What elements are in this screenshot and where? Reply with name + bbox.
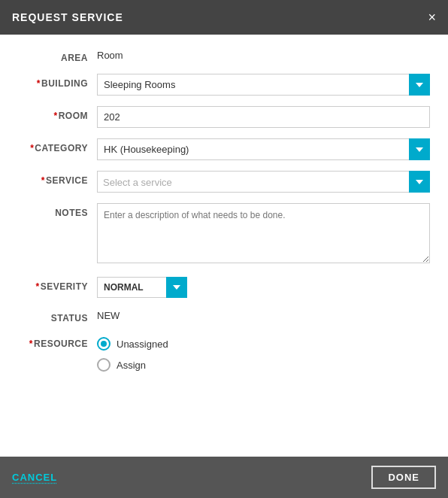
severity-select[interactable]: NORMAL LOW HIGH CRITICAL xyxy=(97,277,187,298)
resource-label: *RESOURCE xyxy=(18,334,97,349)
room-required-star: * xyxy=(53,111,57,121)
area-field: Room xyxy=(97,48,430,62)
severity-required-star: * xyxy=(35,281,39,292)
unassigned-radio-icon xyxy=(97,337,110,351)
done-button[interactable]: DONE xyxy=(371,466,436,489)
category-select[interactable]: HK (Housekeeping) xyxy=(97,138,430,160)
dialog-footer: CANCEL DONE xyxy=(0,457,448,498)
category-field: HK (Housekeeping) xyxy=(97,138,430,160)
category-select-wrapper: HK (Housekeeping) xyxy=(97,138,430,160)
notes-textarea[interactable] xyxy=(97,203,430,263)
room-label: *ROOM xyxy=(18,106,97,121)
severity-field: NORMAL LOW HIGH CRITICAL xyxy=(97,277,430,298)
building-field: Sleeping Rooms xyxy=(97,74,430,96)
severity-select-wrapper: NORMAL LOW HIGH CRITICAL xyxy=(97,277,187,298)
service-select-wrapper: Select a service xyxy=(97,171,430,193)
resource-required-star: * xyxy=(29,339,33,349)
building-label: *BUILDING xyxy=(18,74,97,89)
cancel-button[interactable]: CANCEL xyxy=(12,472,57,483)
status-row: STATUS NEW xyxy=(18,308,430,323)
resource-radio-group: Unassigned Assign xyxy=(97,334,430,372)
service-row: *SERVICE Select a service xyxy=(18,171,430,193)
dialog-body: AREA Room *BUILDING Sleeping Rooms xyxy=(0,35,448,457)
building-row: *BUILDING Sleeping Rooms xyxy=(18,74,430,96)
status-label: STATUS xyxy=(18,308,97,323)
status-value: NEW xyxy=(97,305,120,321)
area-value: Room xyxy=(97,45,123,61)
area-row: AREA Room xyxy=(18,48,430,63)
category-label: *CATEGORY xyxy=(18,138,97,153)
assign-label: Assign xyxy=(117,360,146,371)
notes-field xyxy=(97,203,430,266)
resource-row: *RESOURCE Unassigned Assign xyxy=(18,334,430,372)
building-select-wrapper: Sleeping Rooms xyxy=(97,74,430,96)
building-required-star: * xyxy=(37,78,41,89)
category-required-star: * xyxy=(30,143,34,153)
service-select[interactable] xyxy=(97,171,430,193)
severity-label: *SEVERITY xyxy=(18,277,97,292)
status-field: NEW xyxy=(97,308,430,322)
service-field: Select a service xyxy=(97,171,430,193)
resource-unassigned-option[interactable]: Unassigned xyxy=(97,337,430,351)
dialog-title: REQUEST SERVICE xyxy=(12,11,123,23)
resource-field: Unassigned Assign xyxy=(97,334,430,372)
service-label: *SERVICE xyxy=(18,171,97,186)
area-label: AREA xyxy=(18,48,97,63)
category-row: *CATEGORY HK (Housekeeping) xyxy=(18,138,430,160)
service-required-star: * xyxy=(41,175,45,186)
resource-assign-option[interactable]: Assign xyxy=(97,358,430,372)
close-button[interactable]: × xyxy=(428,11,436,24)
notes-label: NOTES xyxy=(18,203,97,218)
notes-row: NOTES xyxy=(18,203,430,266)
severity-row: *SEVERITY NORMAL LOW HIGH CRITICAL xyxy=(18,277,430,298)
room-input[interactable] xyxy=(97,106,430,128)
room-field xyxy=(97,106,430,128)
assign-radio-icon xyxy=(97,358,110,372)
dialog-header: REQUEST SERVICE × xyxy=(0,0,448,35)
room-row: *ROOM xyxy=(18,106,430,128)
unassigned-label: Unassigned xyxy=(117,339,168,350)
request-service-dialog: REQUEST SERVICE × AREA Room *BUILDING Sl… xyxy=(0,0,448,498)
building-select[interactable]: Sleeping Rooms xyxy=(97,74,430,96)
